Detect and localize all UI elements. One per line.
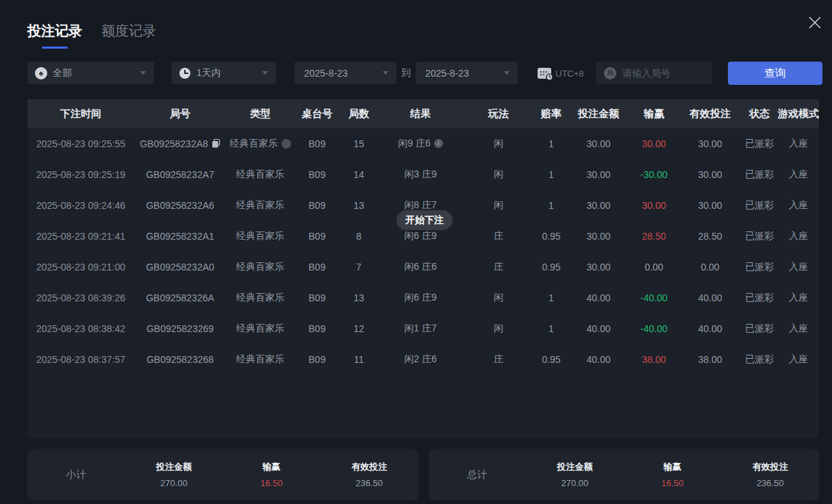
stat-label: 输赢 — [624, 461, 722, 473]
cell-bet-amount: 30.00 — [568, 262, 629, 273]
result-value: 闲9 庄6 — [398, 138, 430, 150]
round-number-input[interactable] — [621, 67, 706, 79]
cell-win-loss: 0.00 — [629, 262, 679, 273]
cell-win-loss: -30.00 — [629, 169, 679, 180]
active-tab-underline — [42, 47, 68, 49]
table-id-value: B09 — [309, 169, 326, 180]
round-id-value: GB0925823268 — [147, 354, 214, 365]
table-id-value: B09 — [309, 262, 326, 273]
play-type-value: 庄 — [494, 353, 503, 366]
cell-table-id: B09 — [294, 354, 340, 365]
cell-result: 闲9 庄6i — [378, 138, 463, 150]
round-id-value: GB0925823269 — [147, 323, 214, 334]
game-type-value: 经典百家乐 — [236, 261, 284, 273]
timezone-label: UTC+8 — [555, 68, 584, 79]
cell-play-type: 庄 — [463, 261, 534, 273]
cell-odds: 1 — [534, 200, 568, 211]
table-row: 2025-08-23 08:38:42GB0925823269经典百家乐B091… — [27, 313, 819, 344]
date-to-picker[interactable]: 2025-8-23 — [416, 62, 518, 84]
cell-bet-time: 2025-08-23 08:37:57 — [27, 354, 134, 365]
time-range-dropdown[interactable]: 1天内 — [171, 62, 276, 84]
game-type-value: 经典百家乐 — [236, 323, 284, 335]
game-type-dropdown[interactable]: ♠ 全部 — [27, 62, 154, 84]
records-table: 下注时间局号类型桌台号局数结果玩法赔率投注金额输赢有效投注状态游戏模式 2025… — [27, 99, 819, 438]
total-stat: 投注金额270.00 — [526, 461, 624, 488]
cell-valid-bet: 28.50 — [679, 231, 741, 242]
win-loss-value: -40.00 — [640, 292, 668, 303]
win-loss-value: 0.00 — [644, 262, 663, 273]
table-id-value: B09 — [309, 231, 326, 242]
cell-bet-time: 2025-08-23 09:25:19 — [27, 169, 134, 180]
cell-game-mode: 入座 — [778, 230, 819, 242]
cell-win-loss: 30.00 — [629, 200, 679, 211]
stat-value: 16.50 — [624, 478, 722, 488]
cell-bet-time: 2025-08-23 09:21:00 — [27, 262, 134, 273]
game-mode-value: 入座 — [789, 168, 808, 181]
timezone-control[interactable]: UTC+8 — [537, 66, 584, 81]
game-mode-value: 入座 — [789, 199, 808, 212]
to-label: 到 — [401, 67, 411, 79]
tab-betting-records[interactable]: 投注记录 — [27, 22, 82, 49]
close-button[interactable] — [805, 12, 825, 33]
game-type-value: 经典百家乐 — [236, 168, 284, 181]
copy-icon[interactable] — [212, 139, 220, 148]
play-type-value: 庄 — [494, 230, 503, 242]
round-count-value: 15 — [353, 138, 364, 149]
cell-bet-time: 2025-08-23 08:38:42 — [27, 323, 134, 334]
tab-quota-records[interactable]: 额度记录 — [101, 22, 156, 49]
bet-time-value: 2025-08-23 08:37:57 — [36, 354, 125, 365]
start-betting-toast: 开始下注 — [396, 210, 453, 230]
cell-game-type: 经典百家乐 — [226, 230, 294, 242]
cell-game-type: 经典百家乐 — [226, 323, 294, 335]
total-stat: 有效投注236.50 — [721, 461, 819, 488]
subtotal-label: 小计 — [27, 468, 125, 481]
search-button[interactable]: 查询 — [728, 62, 822, 85]
status-value: 已派彩 — [745, 230, 774, 242]
result-value: 闲8 庄7 — [404, 199, 436, 212]
close-icon — [807, 14, 823, 31]
date-from-picker[interactable]: 2025-8-23 — [294, 62, 396, 84]
odds-value: 1 — [549, 323, 554, 334]
bet-time-value: 2025-08-23 09:24:46 — [36, 200, 125, 211]
cell-odds: 0.95 — [534, 231, 568, 242]
table-body: 2025-08-23 09:25:55GB09258232A8经典百家乐B091… — [27, 128, 819, 375]
cell-game-mode: 入座 — [778, 292, 819, 304]
cell-status: 已派彩 — [741, 199, 778, 212]
cell-table-id: B09 — [294, 138, 340, 149]
cell-bet-time: 2025-08-23 08:39:26 — [27, 292, 134, 303]
stat-label: 投注金额 — [125, 461, 223, 473]
game-type-value: 经典百家乐 — [236, 292, 284, 304]
status-value: 已派彩 — [745, 353, 774, 366]
cell-game-type: 经典百家乐 — [226, 292, 294, 304]
valid-bet-value: 38.00 — [698, 354, 722, 365]
cell-round-id: GB0925823268 — [134, 354, 226, 365]
table-row: 2025-08-23 09:25:19GB09258232A7经典百家乐B091… — [27, 159, 819, 190]
cell-game-type: 经典百家乐 — [226, 261, 294, 273]
cell-odds: 1 — [534, 138, 568, 149]
round-count-value: 7 — [356, 262, 362, 273]
table-id-value: B09 — [309, 292, 326, 303]
play-type-value: 闲 — [494, 138, 503, 150]
cell-odds: 1 — [534, 169, 568, 180]
round-count-value: 13 — [353, 200, 364, 211]
header-round-count: 局数 — [340, 108, 378, 121]
table-row: 2025-08-23 08:37:57GB0925823268经典百家乐B091… — [27, 344, 819, 375]
round-count-value: 14 — [353, 169, 364, 180]
filter-bar: ♠ 全部 1天内 2025-8-23 到 2025-8-23 UTC+8 局 查… — [0, 62, 832, 85]
total-stat: 输赢16.50 — [624, 461, 722, 488]
win-loss-value: 28.50 — [642, 231, 666, 242]
replay-icon[interactable] — [281, 139, 291, 149]
table-row: 2025-08-23 08:39:26GB092582326A经典百家乐B091… — [27, 282, 819, 313]
cell-round-count: 13 — [340, 292, 378, 303]
status-value: 已派彩 — [745, 292, 774, 304]
date-to-value: 2025-8-23 — [425, 68, 469, 79]
cell-status: 已派彩 — [741, 138, 778, 150]
win-loss-value: 30.00 — [642, 200, 666, 211]
cell-valid-bet: 40.00 — [679, 323, 741, 334]
stat-value: 270.00 — [526, 478, 624, 488]
bet-time-value: 2025-08-23 09:21:41 — [36, 231, 125, 242]
game-mode-value: 入座 — [789, 292, 808, 304]
cell-round-count: 8 — [340, 231, 378, 242]
cell-win-loss: 30.00 — [629, 138, 679, 149]
info-icon[interactable]: i — [434, 139, 443, 148]
